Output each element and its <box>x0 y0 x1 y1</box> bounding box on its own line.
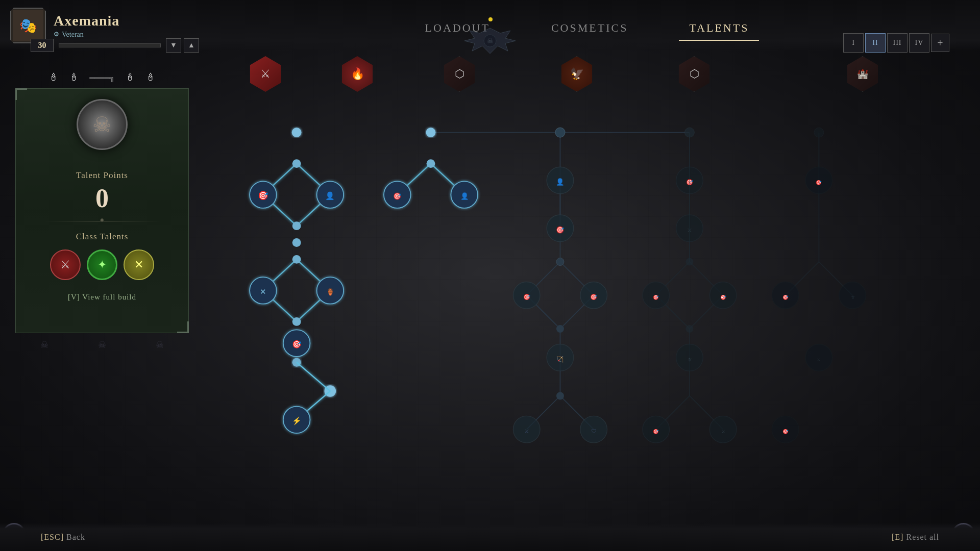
talent-tree-connections: 🎯 👤 ✕ 🏺 🎯 ⚡ <box>209 51 949 520</box>
class-talent-icons: ⚔ ✦ ✕ <box>29 249 176 280</box>
svg-text:⚔: ⚔ <box>817 357 821 362</box>
rank-arrows: ▼ ▲ <box>166 38 199 53</box>
svg-text:🗡: 🗡 <box>687 357 692 362</box>
esc-key: [ESC] <box>41 533 64 541</box>
character-name: Axemania <box>54 13 119 29</box>
svg-point-46 <box>292 255 301 264</box>
candle-center-left: 🕯 <box>69 71 79 83</box>
class-talent-1-icon: ⚔ <box>60 258 70 271</box>
svg-text:🎯: 🎯 <box>556 226 565 234</box>
svg-text:🏺: 🏺 <box>326 288 335 296</box>
svg-text:🎯: 🎯 <box>782 294 789 300</box>
xp-bar <box>59 43 161 47</box>
svg-text:🎯: 🎯 <box>782 429 789 435</box>
tier-add-button[interactable]: + <box>931 34 949 52</box>
svg-point-51 <box>292 317 301 326</box>
class-talent-2-icon: ✦ <box>97 258 107 271</box>
tier-button-III[interactable]: III <box>887 33 908 53</box>
tab-talents[interactable]: TALENTS <box>679 16 759 40</box>
tier-button-I[interactable]: I <box>843 33 864 53</box>
svg-point-94 <box>685 325 693 333</box>
svg-point-76 <box>556 325 564 333</box>
svg-text:🎯: 🎯 <box>653 429 659 435</box>
svg-text:⚔: ⚔ <box>721 429 725 434</box>
view-full-build-button[interactable]: [V] View full build <box>29 293 176 302</box>
tab-cosmetics[interactable]: COSMETICS <box>541 16 638 40</box>
svg-text:🎯: 🎯 <box>523 293 531 300</box>
svg-text:✕: ✕ <box>260 288 266 296</box>
talent-points-label: Talent Points <box>29 170 176 181</box>
back-label: Back <box>66 533 85 541</box>
talent-panel: Talent Points 0 Class Talents ⚔ ✦ ✕ [V] … <box>15 88 189 333</box>
talent-points-value: 0 <box>29 183 176 213</box>
svg-point-79 <box>556 392 564 399</box>
panel-divider <box>43 221 161 221</box>
svg-point-60 <box>426 128 436 137</box>
svg-text:🏹: 🏹 <box>556 356 564 363</box>
avatar-icon: 🎭 <box>13 10 43 41</box>
class-talent-3-icon: ✕ <box>134 258 143 271</box>
svg-point-71 <box>556 258 564 266</box>
tier-selector: I II III IV + <box>843 33 949 53</box>
tier-button-II[interactable]: II <box>865 33 886 53</box>
eagle-crest: ☠ <box>459 26 521 56</box>
character-class: Veteran <box>54 31 119 39</box>
svg-point-106 <box>814 128 824 137</box>
svg-text:🎯: 🎯 <box>258 190 269 201</box>
rank-up-button[interactable]: ▲ <box>184 38 199 53</box>
tier-button-IV[interactable]: IV <box>909 33 929 53</box>
svg-point-45 <box>292 238 301 247</box>
svg-text:⚔: ⚔ <box>524 428 529 434</box>
talent-tree-area: ⚔ 🔥 ⬡ 🦅 ⬡ 🏰 <box>209 51 949 520</box>
reset-label: Reset all <box>906 533 939 541</box>
reset-hint[interactable]: [E] Reset all <box>892 533 939 542</box>
svg-point-38 <box>292 128 302 137</box>
level-badge: 30 <box>31 39 54 52</box>
svg-text:🎯: 🎯 <box>816 180 822 186</box>
skull-medallion <box>77 99 128 150</box>
candle-right: 🕯 <box>145 71 156 83</box>
rank-down-button[interactable]: ▼ <box>166 38 181 53</box>
medallion-top: ════╗ <box>89 74 115 83</box>
svg-line-56 <box>297 362 330 391</box>
svg-text:🎯: 🎯 <box>292 340 302 349</box>
class-talents-label: Class Talents <box>29 232 176 242</box>
bottom-bar: [ESC] Back [E] Reset all <box>0 523 980 551</box>
svg-point-39 <box>292 159 301 168</box>
svg-text:🎯: 🎯 <box>720 294 726 300</box>
tree-canvas: ⚔ 🔥 ⬡ 🦅 ⬡ 🏰 <box>209 51 949 520</box>
svg-text:🎯: 🎯 <box>590 293 598 300</box>
reset-key: [E] <box>892 533 903 541</box>
back-hint[interactable]: [ESC] Back <box>41 533 85 542</box>
svg-text:🎯: 🎯 <box>653 294 659 300</box>
left-panel: 🕯 🕯 ════╗ 🕯 🕯 Talent Points 0 Class Tale… <box>15 71 189 333</box>
candle-left: 🕯 <box>48 71 59 83</box>
loadout-notification-dot <box>488 17 493 21</box>
svg-text:👤: 👤 <box>460 192 469 201</box>
svg-point-44 <box>292 221 301 230</box>
class-talent-2[interactable]: ✦ <box>87 249 117 280</box>
panel-bottom-decoration: ☠ ☠ ☠ <box>16 339 188 350</box>
class-talent-3[interactable]: ✕ <box>124 249 154 280</box>
svg-text:⚡: ⚡ <box>292 416 302 425</box>
svg-text:🗡: 🗡 <box>850 295 855 300</box>
svg-point-66 <box>555 128 565 137</box>
svg-text:🎯: 🎯 <box>393 192 402 201</box>
svg-text:👤: 👤 <box>325 191 335 201</box>
svg-text:👤: 👤 <box>556 178 565 186</box>
svg-text:☠: ☠ <box>487 37 494 45</box>
class-talent-1[interactable]: ⚔ <box>50 249 81 280</box>
candle-center-right: 🕯 <box>125 71 135 83</box>
svg-point-61 <box>427 159 435 168</box>
svg-text:🛡: 🛡 <box>591 428 597 434</box>
level-bar-area: 30 ▼ ▲ <box>31 38 199 53</box>
